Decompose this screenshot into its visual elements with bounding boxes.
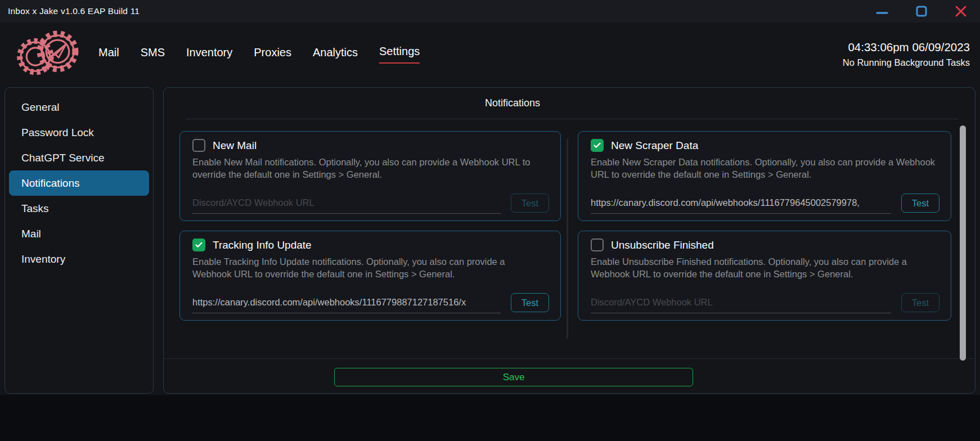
app-logo [15, 27, 81, 83]
card-tracking-info-update: Tracking Info Update Enable Tracking Inf… [179, 231, 561, 321]
window-controls [875, 0, 980, 22]
tab-proxies[interactable]: Proxies [254, 46, 291, 62]
card-new-scraper-data: New Scraper Data Enable New Scraper Data… [578, 131, 951, 221]
tab-settings[interactable]: Settings [379, 45, 420, 64]
tracking-info-update-webhook-input[interactable] [192, 297, 501, 313]
tab-inventory[interactable]: Inventory [186, 46, 232, 62]
save-button[interactable]: Save [334, 368, 693, 386]
check-icon [593, 141, 601, 150]
new-mail-webhook-input[interactable] [192, 197, 501, 214]
new-scraper-data-test-button[interactable]: Test [901, 194, 939, 213]
tracking-info-update-test-button[interactable]: Test [511, 293, 549, 312]
card-unsubscribe-finished: Unsubscribe Finished Enable Unsubscribe … [578, 231, 951, 321]
app-header: Mail SMS Inventory Proxies Analytics Set… [0, 22, 980, 86]
tab-sms[interactable]: SMS [141, 46, 165, 62]
card-description: Enable Unsubscribe Finished notification… [591, 255, 936, 280]
sidebar-item-chatgpt-service[interactable]: ChatGPT Service [9, 145, 149, 170]
card-description: Enable New Scraper Data notifications. O… [591, 156, 936, 181]
header-status-area: 04:33:06pm 06/09/2023 No Running Backgro… [843, 22, 970, 86]
unsubscribe-finished-checkbox[interactable] [591, 238, 604, 251]
sidebar-item-mail[interactable]: Mail [9, 221, 149, 246]
sidebar-item-tasks[interactable]: Tasks [9, 196, 149, 221]
card-title: Unsubscribe Finished [611, 239, 714, 251]
card-title: Tracking Info Update [213, 239, 312, 251]
title-divider [186, 119, 958, 119]
close-button[interactable] [954, 4, 968, 18]
unsubscribe-finished-test-button[interactable]: Test [901, 293, 939, 312]
main-nav: Mail SMS Inventory Proxies Analytics Set… [98, 22, 420, 86]
maximize-icon [915, 5, 928, 17]
clock-text: 04:33:06pm 06/09/2023 [848, 40, 970, 54]
notifications-panel: Notifications New Mail Enable New Mail n… [163, 87, 975, 394]
close-icon [954, 4, 968, 18]
notification-cards: New Mail Enable New Mail notifications. … [179, 131, 951, 321]
check-icon [195, 241, 203, 249]
new-scraper-data-webhook-input[interactable] [591, 197, 891, 214]
background-tasks-status: No Running Background Tasks [843, 57, 970, 68]
page-title: Notifications [164, 97, 861, 109]
new-scraper-data-checkbox[interactable] [591, 139, 604, 152]
minimize-icon [875, 4, 889, 18]
maximize-button[interactable] [915, 4, 928, 18]
card-description: Enable Tracking Info Update notification… [192, 255, 538, 280]
tracking-info-update-checkbox[interactable] [192, 238, 205, 251]
window-bottom-strip [0, 395, 980, 441]
new-mail-test-button[interactable]: Test [511, 194, 549, 213]
vertical-scrollbar[interactable] [960, 125, 966, 361]
tab-mail[interactable]: Mail [98, 46, 119, 62]
card-new-mail: New Mail Enable New Mail notifications. … [179, 131, 561, 221]
footer-divider [164, 358, 975, 359]
title-bar: Inbox x Jake v1.0.6 EAP Build 11 [0, 0, 980, 22]
sidebar-item-general[interactable]: General [9, 94, 149, 120]
sidebar-item-inventory[interactable]: Inventory [9, 246, 149, 272]
minimize-button[interactable] [875, 4, 889, 18]
sidebar-item-password-lock[interactable]: Password Lock [9, 120, 149, 145]
card-description: Enable New Mail notifications. Optionall… [192, 156, 538, 181]
card-title: New Scraper Data [611, 140, 698, 152]
new-mail-checkbox[interactable] [192, 139, 205, 152]
sidebar-item-notifications[interactable]: Notifications [9, 170, 149, 196]
unsubscribe-finished-webhook-input[interactable] [591, 297, 891, 313]
tab-analytics[interactable]: Analytics [313, 46, 358, 62]
gears-paper-plane-icon [15, 27, 81, 81]
settings-sidebar: General Password Lock ChatGPT Service No… [5, 87, 154, 394]
card-title: New Mail [213, 140, 257, 152]
window-title: Inbox x Jake v1.0.6 EAP Build 11 [0, 6, 140, 16]
